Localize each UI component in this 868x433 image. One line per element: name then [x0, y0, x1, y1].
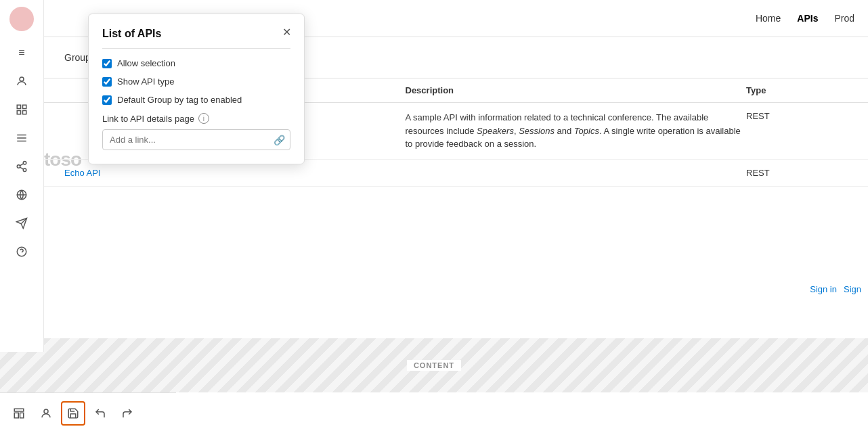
globe-icon[interactable]	[9, 183, 34, 207]
send-icon[interactable]	[9, 211, 34, 235]
svg-rect-19	[14, 409, 24, 411]
svg-line-11	[20, 167, 23, 169]
help-icon[interactable]	[9, 240, 34, 264]
checkbox-default-group: Default Group by tag to enabled	[102, 95, 290, 105]
svg-rect-3	[17, 111, 20, 114]
content-label: CONTENT	[407, 360, 461, 371]
link-chain-icon: 🔗	[274, 135, 285, 145]
layout-toolbar-button[interactable]	[7, 401, 31, 426]
svg-point-22	[44, 409, 48, 413]
col-description: Description	[406, 85, 747, 95]
info-icon[interactable]: i	[198, 113, 209, 124]
modal-title: List of APIs	[102, 28, 290, 40]
sign-in-area: Sign in Sign	[810, 284, 861, 294]
undo-toolbar-button[interactable]	[88, 401, 112, 426]
sidebar: ≡	[0, 0, 44, 352]
user-icon[interactable]	[9, 69, 34, 93]
nav-apis[interactable]: APIs	[797, 13, 818, 24]
modal-divider	[102, 48, 290, 49]
checkbox-allow-selection: Allow selection	[102, 58, 290, 68]
default-group-checkbox[interactable]	[102, 95, 112, 105]
default-group-label: Default Group by tag to enabled	[117, 95, 242, 105]
svg-point-10	[23, 168, 26, 172]
api-description-1: A sample API with information related to…	[406, 111, 747, 151]
nav-prod[interactable]: Prod	[834, 13, 854, 24]
show-api-type-label: Show API type	[117, 76, 175, 87]
modal-close-button[interactable]: ✕	[278, 24, 295, 40]
svg-rect-4	[23, 111, 26, 114]
svg-rect-1	[17, 105, 20, 108]
sign-in-link[interactable]: Sign in	[810, 284, 837, 294]
menu-icon[interactable]: ≡	[9, 41, 34, 65]
svg-rect-21	[20, 413, 24, 418]
bottom-stripe: CONTENT	[0, 338, 868, 392]
svg-line-12	[20, 164, 23, 166]
allow-selection-label: Allow selection	[117, 58, 175, 68]
svg-point-9	[17, 165, 20, 168]
link-input-wrapper: 🔗	[102, 129, 290, 150]
link-section-label: Link to API details page i	[102, 113, 290, 124]
col-type: Type	[746, 85, 848, 95]
list-of-apis-modal: List of APIs ✕ Allow selection Show API …	[88, 14, 305, 164]
allow-selection-checkbox[interactable]	[102, 59, 112, 68]
svg-point-0	[20, 77, 24, 81]
grid-icon[interactable]	[9, 97, 34, 122]
user-toolbar-button[interactable]	[34, 401, 58, 426]
svg-rect-2	[23, 105, 26, 108]
share-icon[interactable]	[9, 154, 34, 179]
svg-rect-20	[14, 413, 18, 418]
link-input[interactable]	[102, 129, 290, 150]
bottom-toolbar	[0, 392, 176, 433]
show-api-type-checkbox[interactable]	[102, 77, 112, 87]
avatar	[9, 7, 34, 31]
sign-link2[interactable]: Sign	[844, 284, 861, 294]
api-type-2: REST	[746, 168, 848, 178]
checkbox-show-api-type: Show API type	[102, 76, 290, 87]
list-icon[interactable]	[9, 126, 34, 150]
save-toolbar-button[interactable]	[61, 401, 85, 426]
echo-api-link[interactable]: Echo API	[64, 168, 406, 178]
nav-home[interactable]: Home	[756, 13, 781, 24]
api-type-1: REST	[746, 111, 848, 121]
link-section-text: Link to API details page	[102, 114, 194, 124]
svg-point-8	[23, 162, 26, 165]
redo-toolbar-button[interactable]	[115, 401, 139, 426]
